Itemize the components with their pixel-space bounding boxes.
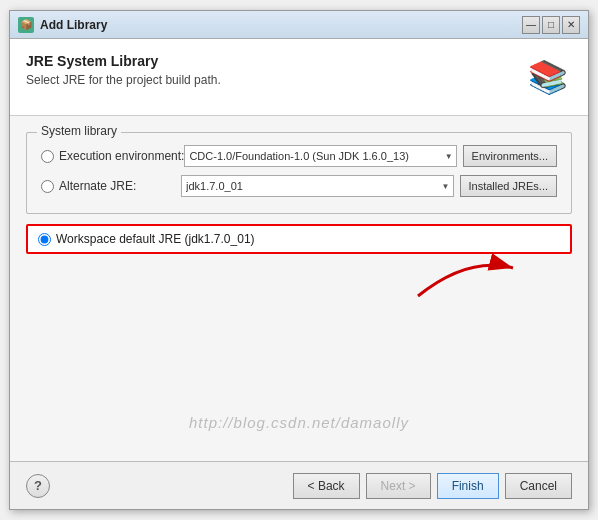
footer-right: < Back Next > Finish Cancel — [293, 473, 572, 499]
page-header: JRE System Library Select JRE for the pr… — [10, 39, 588, 116]
close-button[interactable]: ✕ — [562, 16, 580, 34]
add-library-dialog: 📦 Add Library — □ ✕ JRE System Library S… — [9, 10, 589, 510]
execution-env-row: Execution environment: CDC-1.0/Foundatio… — [41, 145, 557, 167]
back-button[interactable]: < Back — [293, 473, 360, 499]
alternate-jre-radio-label[interactable]: Alternate JRE: — [41, 179, 181, 193]
execution-env-select[interactable]: CDC-1.0/Foundation-1.0 (Sun JDK 1.6.0_13… — [184, 145, 456, 167]
window-icon: 📦 — [18, 17, 34, 33]
window-title: Add Library — [40, 18, 522, 32]
alternate-jre-radio[interactable] — [41, 180, 54, 193]
workspace-jre-radio[interactable] — [38, 233, 51, 246]
execution-env-select-wrapper: CDC-1.0/Foundation-1.0 (Sun JDK 1.6.0_13… — [184, 145, 456, 167]
workspace-jre-radio-label[interactable]: Workspace default JRE (jdk1.7.0_01) — [38, 232, 255, 246]
page-title: JRE System Library — [26, 53, 221, 69]
help-button[interactable]: ? — [26, 474, 50, 498]
alternate-jre-select-wrapper: jdk1.7.0_01 — [181, 175, 454, 197]
title-bar: 📦 Add Library — □ ✕ — [10, 11, 588, 39]
finish-button[interactable]: Finish — [437, 473, 499, 499]
maximize-button[interactable]: □ — [542, 16, 560, 34]
next-button[interactable]: Next > — [366, 473, 431, 499]
page-subtitle: Select JRE for the project build path. — [26, 73, 221, 87]
workspace-jre-row: Workspace default JRE (jdk1.7.0_01) — [26, 224, 572, 254]
header-text-block: JRE System Library Select JRE for the pr… — [26, 53, 221, 87]
system-library-group: System library Execution environment: CD… — [26, 132, 572, 214]
alternate-jre-row: Alternate JRE: jdk1.7.0_01 Installed JRE… — [41, 175, 557, 197]
installed-jres-button[interactable]: Installed JREs... — [460, 175, 557, 197]
execution-env-radio-label[interactable]: Execution environment: — [41, 149, 184, 163]
environments-button[interactable]: Environments... — [463, 145, 557, 167]
window-controls: — □ ✕ — [522, 16, 580, 34]
footer-left: ? — [26, 474, 50, 498]
arrow-annotation — [408, 246, 528, 309]
cancel-button[interactable]: Cancel — [505, 473, 572, 499]
header-icon: 📚 — [524, 53, 572, 101]
group-legend: System library — [37, 124, 121, 138]
watermark: http://blog.csdn.net/damaolly — [10, 414, 588, 431]
alternate-jre-select[interactable]: jdk1.7.0_01 — [181, 175, 454, 197]
minimize-button[interactable]: — — [522, 16, 540, 34]
content-area: System library Execution environment: CD… — [10, 116, 588, 461]
execution-env-radio[interactable] — [41, 150, 54, 163]
dialog-footer: ? < Back Next > Finish Cancel — [10, 461, 588, 509]
